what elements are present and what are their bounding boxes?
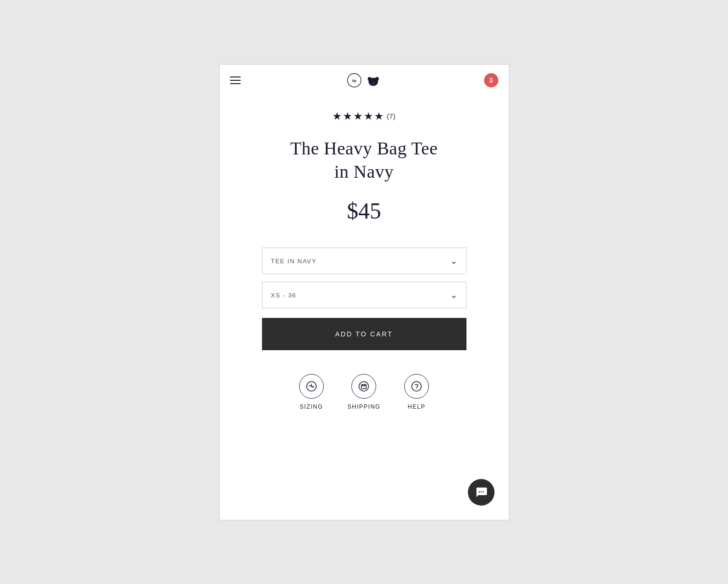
cart-badge[interactable]: 3 (484, 73, 498, 87)
chat-button[interactable] (468, 479, 495, 506)
size-dropdown-label: XS - 36 (271, 292, 297, 299)
sizing-label: SIZING (300, 403, 323, 410)
product-title: The Heavy Bag Tee in Navy (290, 137, 437, 184)
color-dropdown-label: TEE IN NAVY (271, 258, 317, 265)
product-content: ★ ★ ★ ★ ★ (7) The Heavy Bag Tee in Navy … (220, 96, 509, 520)
product-price: $45 (347, 198, 381, 224)
svg-text:ts: ts (352, 78, 356, 83)
help-info-item[interactable]: HELP (404, 374, 429, 410)
svg-point-6 (371, 81, 375, 84)
menu-button[interactable] (230, 77, 241, 84)
sizing-icon-circle (299, 374, 324, 399)
star-3: ★ (353, 110, 363, 123)
color-dropdown[interactable]: TEE IN NAVY ⌄ (262, 248, 466, 274)
svg-point-14 (482, 491, 484, 492)
rating-count: (7) (387, 112, 395, 120)
shipping-label: SHIPPING (348, 403, 380, 410)
shipping-info-item[interactable]: SHIPPING (348, 374, 380, 410)
svg-point-10 (412, 382, 421, 391)
svg-point-12 (478, 491, 480, 492)
header: ts 3 (220, 65, 509, 96)
color-dropdown-container: TEE IN NAVY ⌄ (262, 248, 466, 274)
svg-point-11 (416, 388, 417, 389)
help-label: HELP (408, 403, 425, 410)
help-icon-circle (404, 374, 429, 399)
add-to-cart-button[interactable]: ADD TO CART (262, 318, 466, 350)
phone-frame: ts 3 ★ ★ ★ ★ ★ (7) (219, 64, 509, 520)
sizing-info-item[interactable]: SIZING (299, 374, 324, 410)
bear-logo-icon (365, 74, 382, 87)
star-1: ★ (332, 110, 342, 123)
question-icon (410, 380, 423, 393)
chevron-down-icon: ⌄ (450, 256, 457, 266)
rating-row: ★ ★ ★ ★ ★ (7) (332, 110, 395, 123)
star-4: ★ (364, 110, 373, 123)
star-rating: ★ ★ ★ ★ ★ (332, 110, 384, 123)
svg-point-8 (359, 382, 369, 391)
size-dropdown[interactable]: XS - 36 ⌄ (262, 282, 466, 308)
svg-point-13 (480, 491, 482, 492)
shipping-icon-circle (351, 374, 376, 399)
chevron-down-icon-size: ⌄ (450, 290, 457, 300)
chat-icon (475, 486, 488, 499)
ruler-icon (305, 380, 318, 393)
ts-logo-icon: ts (347, 73, 362, 88)
size-dropdown-container: XS - 36 ⌄ (262, 282, 466, 308)
star-2: ★ (343, 110, 352, 123)
info-row: SIZING SHIPPING (299, 374, 429, 410)
star-5-half: ★ (374, 110, 384, 123)
box-icon (358, 380, 370, 393)
logo-container: ts (347, 73, 382, 88)
svg-rect-9 (361, 384, 366, 389)
